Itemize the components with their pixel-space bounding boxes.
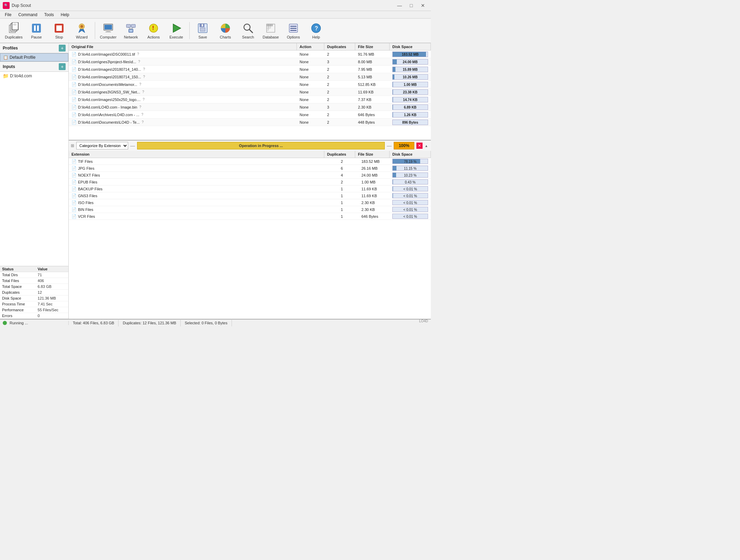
category-row[interactable]: 📄 VCR Files 1 646 Bytes < 0.01 % [69, 213, 431, 220]
result-row[interactable]: 📄 D:\lo4d.com\gnes3\project-files\d... ?… [69, 58, 431, 66]
status-row: Errors0 [0, 313, 68, 319]
help-label: Help [312, 35, 320, 39]
svg-rect-9 [56, 25, 62, 31]
category-row[interactable]: 📄 NOEXT Files 4 24.00 MB 10.23 % [69, 172, 431, 179]
status-duplicates: Duplicates: 12 Files, 121.36 MB [119, 319, 180, 326]
svg-rect-2 [12, 22, 18, 30]
cat-col-disk: Disk Space [390, 151, 431, 158]
category-row[interactable]: 📄 GNS3 Files 1 11.69 KB < 0.01 % [69, 192, 431, 199]
result-row[interactable]: 📄 D:\lo4d.com\Images\250x250_logo.... ? … [69, 96, 431, 103]
category-row[interactable]: 📄 BIN Files 1 2.30 KB < 0.01 % [69, 206, 431, 213]
toolbar-separator-2 [189, 22, 190, 39]
result-dups: 2 [324, 89, 355, 95]
input-folder-item[interactable]: 📁 D:\lo4d.com [0, 72, 68, 80]
cat-size: 183.52 MB [359, 159, 390, 164]
category-row[interactable]: 📄 TIF Files 2 183.52 MB 78.19 % [69, 158, 431, 165]
help-button[interactable]: ? Help [305, 20, 327, 41]
cat-count: 1 [338, 207, 359, 212]
category-row[interactable]: 📄 EPUB Files 2 1.00 MB 0.43 % [69, 179, 431, 186]
computer-button[interactable]: Computer [97, 20, 119, 41]
info-icon: ? [142, 120, 144, 124]
file-path: D:\lo4d.com\Documents\Metamor... [78, 82, 137, 87]
menu-help[interactable]: Help [57, 12, 73, 18]
profile-item-default[interactable]: 📋 Default Profile [0, 53, 68, 61]
cat-bar: < 0.01 % [390, 193, 431, 199]
result-row[interactable]: 📄 D:\lo4d.com\gnes3\GNS3_SW_Net... ? Non… [69, 88, 431, 96]
stop-button[interactable]: Stop [48, 20, 70, 41]
progress-bar: Operation in Progress ... [137, 142, 385, 149]
svg-text:!: ! [152, 25, 154, 31]
result-disk: 10.26 MB [390, 74, 431, 80]
cat-file-icon: 📄 [71, 193, 77, 198]
file-path: D:\lo4d.com\Images\20180714_140... [78, 67, 141, 71]
status-row-label: Total Space [0, 284, 36, 290]
add-input-button[interactable]: + [59, 63, 66, 70]
computer-label: Computer [100, 35, 116, 39]
file-path: D:\lo4d.com\Archives\LO4D.com - ... [78, 113, 139, 117]
result-disk: 14.74 KB [390, 96, 431, 103]
search-label: Search [242, 35, 254, 39]
charts-button[interactable]: Charts [214, 20, 236, 41]
svg-line-30 [249, 30, 253, 33]
add-profile-button[interactable]: + [59, 45, 66, 52]
maximize-button[interactable]: □ [406, 2, 416, 9]
network-button[interactable]: Network [120, 20, 142, 41]
status-selected: Selected: 0 Files, 0 Bytes [181, 319, 232, 326]
cat-file-icon: 📄 [71, 200, 77, 205]
menu-file[interactable]: File [1, 12, 15, 18]
result-row[interactable]: 📄 D:\lo4d.com\Images\DSC00011.tif ? None… [69, 51, 431, 58]
category-row[interactable]: 📄 ISO Files 1 2.30 KB < 0.01 % [69, 199, 431, 206]
result-row[interactable]: 📄 D:\lo4d.com\Documents\LO4D - Te... ? N… [69, 119, 431, 126]
result-disk: 1.00 MB [390, 81, 431, 88]
cat-file-icon: 📄 [71, 166, 77, 171]
result-row[interactable]: 📄 D:\lo4d.com\Images\20180714_140... ? N… [69, 66, 431, 73]
category-list: 📄 TIF Files 2 183.52 MB 78.19 % 📄 JPG Fi… [69, 158, 431, 319]
result-row[interactable]: 📄 D:\lo4d.com\Archives\LO4D.com - ... ? … [69, 111, 431, 119]
result-file: 📄 D:\lo4d.com\Images\20180714_140... ? [69, 66, 297, 72]
svg-rect-36 [269, 26, 271, 28]
wizard-icon [76, 22, 88, 34]
svg-rect-15 [105, 32, 111, 32]
close-button[interactable]: ✕ [418, 2, 428, 9]
profiles-header: Profiles + [0, 43, 68, 53]
svg-rect-26 [200, 28, 205, 31]
result-row[interactable]: 📄 D:\lo4d.com\Images\20180714_150... ? N… [69, 73, 431, 81]
wizard-button[interactable]: Wizard [71, 20, 93, 41]
result-file: 📄 D:\lo4d.com\Images\DSC00011.tif ? [69, 51, 297, 57]
col-duplicates: Duplicates [324, 43, 355, 50]
categorize-grid-icon: ⊞ [71, 143, 74, 148]
actions-button[interactable]: ! Actions [143, 20, 165, 41]
save-button[interactable]: Save [192, 20, 214, 41]
cat-size: 11.69 KB [359, 193, 390, 198]
result-disk: 23.38 KB [390, 89, 431, 96]
category-row[interactable]: 📄 BACKUP Files 1 11.69 KB < 0.01 % [69, 186, 431, 192]
result-row[interactable]: 📄 D:\lo4d.com\LO4D.com - Image.bin ? Non… [69, 103, 431, 111]
category-row[interactable]: 📄 JPG Files 6 26.16 MB 11.15 % [69, 165, 431, 172]
status-row-label: Disk Space [0, 295, 36, 301]
categorize-select[interactable]: Categorize By Extension [76, 142, 128, 149]
database-button[interactable]: Database [260, 20, 282, 41]
cat-count: 4 [338, 173, 359, 178]
info-icon: ? [143, 75, 145, 79]
close-categorize-button[interactable]: ✕ [416, 143, 423, 149]
inputs-title: Inputs [3, 64, 15, 69]
minimize-button[interactable]: — [394, 2, 405, 9]
result-size: 91.76 MB [355, 52, 390, 57]
menu-tools[interactable]: Tools [41, 12, 57, 18]
menu-command[interactable]: Command [15, 12, 41, 18]
dash-left: — [130, 143, 135, 148]
file-path: D:\lo4d.com\Images\250x250_logo.... [78, 98, 141, 102]
options-button[interactable]: Options [282, 20, 304, 41]
search-button[interactable]: Search [237, 20, 259, 41]
file-icon: 📄 [71, 52, 77, 57]
status-panel: Status Value Total Dirs71Total Files406T… [0, 266, 68, 319]
result-row[interactable]: 📄 D:\lo4d.com\Documents\Metamor... ? Non… [69, 81, 431, 88]
status-col-value: Value [36, 266, 68, 272]
result-action: None [297, 52, 324, 57]
execute-button[interactable]: Execute [165, 20, 187, 41]
pause-button[interactable]: Pause [25, 20, 47, 41]
duplicates-button[interactable]: Duplicates [3, 20, 25, 41]
result-action: None [297, 74, 324, 80]
scroll-arrow-up[interactable]: ▲ [425, 144, 429, 148]
file-icon: 📄 [71, 97, 77, 102]
